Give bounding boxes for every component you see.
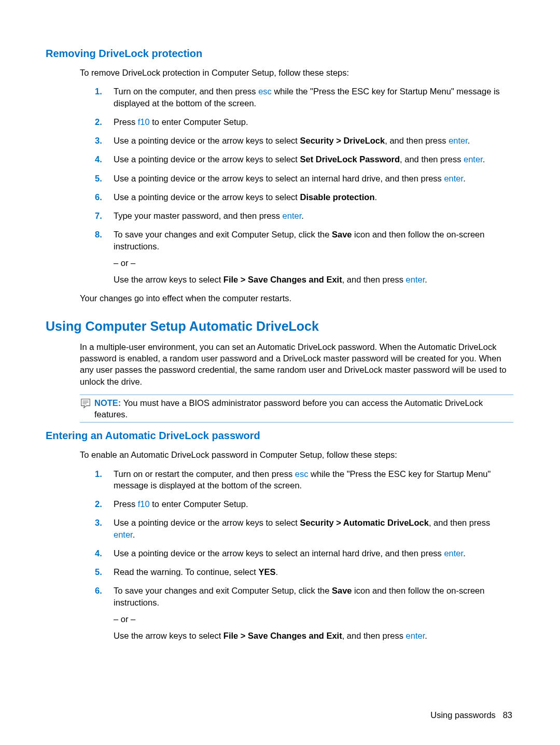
step-item: 2. Press f10 to enter Computer Setup.: [95, 116, 513, 128]
step-number: 4.: [95, 153, 102, 165]
step-item: 6. Use a pointing device or the arrow ke…: [95, 191, 513, 203]
step-item: 5. Use a pointing device or the arrow ke…: [95, 173, 513, 184]
or-text: – or –: [114, 257, 513, 269]
steps-list-2: 1. Turn on or restart the computer, and …: [95, 468, 513, 642]
alt-text: Use the arrow keys to select File > Save…: [114, 274, 513, 285]
note-label: NOTE:: [94, 398, 121, 407]
step-number: 5.: [95, 173, 102, 184]
step-text: Use a pointing device or the arrow keys …: [114, 154, 485, 164]
note-callout: NOTE: You must have a BIOS administrator…: [80, 395, 513, 423]
heading-entering-automatic: Entering an Automatic DriveLock password: [46, 430, 513, 442]
footer-title: Using passwords: [430, 710, 496, 720]
step-text: To save your changes and exit Computer S…: [114, 229, 513, 252]
alt-text: Use the arrow keys to select File > Save…: [114, 630, 513, 641]
step-text: Read the warning. To continue, select YE…: [114, 567, 278, 577]
step-number: 7.: [95, 210, 102, 221]
intro-text: To remove DriveLock protection in Comput…: [80, 67, 513, 78]
step-item: 7. Type your master password, and then p…: [95, 210, 513, 221]
step-text: Press f10 to enter Computer Setup.: [114, 499, 248, 509]
step-number: 3.: [95, 517, 102, 528]
step-text: Use a pointing device or the arrow keys …: [114, 549, 466, 558]
outro-text: Your changes go into effect when the com…: [80, 292, 513, 304]
step-number: 3.: [95, 135, 102, 146]
step-number: 2.: [95, 116, 102, 128]
step-item: 1. Turn on or restart the computer, and …: [95, 468, 513, 491]
paragraph-text: In a multiple-user environment, you can …: [80, 341, 513, 387]
step-number: 6.: [95, 585, 102, 596]
note-body: NOTE: You must have a BIOS administrator…: [94, 397, 513, 420]
step-number: 2.: [95, 498, 102, 510]
step-text: Type your master password, and then pres…: [114, 211, 304, 220]
step-item: 6. To save your changes and exit Compute…: [95, 585, 513, 641]
page-number: 83: [503, 710, 512, 720]
step-text: Use a pointing device or the arrow keys …: [114, 174, 466, 183]
step-number: 1.: [95, 468, 102, 480]
intro-text: To enable an Automatic DriveLock passwor…: [80, 449, 513, 460]
step-text: Use a pointing device or the arrow keys …: [114, 136, 470, 145]
heading-removing-drivelock: Removing DriveLock protection: [46, 48, 513, 60]
step-number: 5.: [95, 566, 102, 578]
step-text: Use a pointing device or the arrow keys …: [114, 192, 377, 202]
step-item: 3. Use a pointing device or the arrow ke…: [95, 517, 513, 540]
step-text: Turn on or restart the computer, and the…: [114, 469, 491, 490]
step-number: 6.: [95, 191, 102, 203]
step-item: 4. Use a pointing device or the arrow ke…: [95, 153, 513, 165]
step-item: 2. Press f10 to enter Computer Setup.: [95, 498, 513, 510]
or-text: – or –: [114, 613, 513, 625]
page-footer: Using passwords 83: [430, 710, 512, 720]
step-number: 8.: [95, 229, 102, 240]
step-number: 4.: [95, 547, 102, 559]
steps-list-1: 1. Turn on the computer, and then press …: [95, 86, 513, 285]
step-number: 1.: [95, 86, 102, 97]
heading-automatic-drivelock: Using Computer Setup Automatic DriveLock: [46, 319, 513, 334]
step-text: Turn on the computer, and then press esc…: [114, 87, 500, 107]
step-item: 1. Turn on the computer, and then press …: [95, 86, 513, 109]
step-item: 3. Use a pointing device or the arrow ke…: [95, 135, 513, 146]
step-item: 5. Read the warning. To continue, select…: [95, 566, 513, 578]
step-text: Press f10 to enter Computer Setup.: [114, 117, 248, 126]
step-item: 4. Use a pointing device or the arrow ke…: [95, 547, 513, 559]
note-icon: [80, 398, 91, 409]
step-text: To save your changes and exit Computer S…: [114, 585, 513, 608]
step-text: Use a pointing device or the arrow keys …: [114, 518, 490, 539]
step-item: 8. To save your changes and exit Compute…: [95, 229, 513, 285]
